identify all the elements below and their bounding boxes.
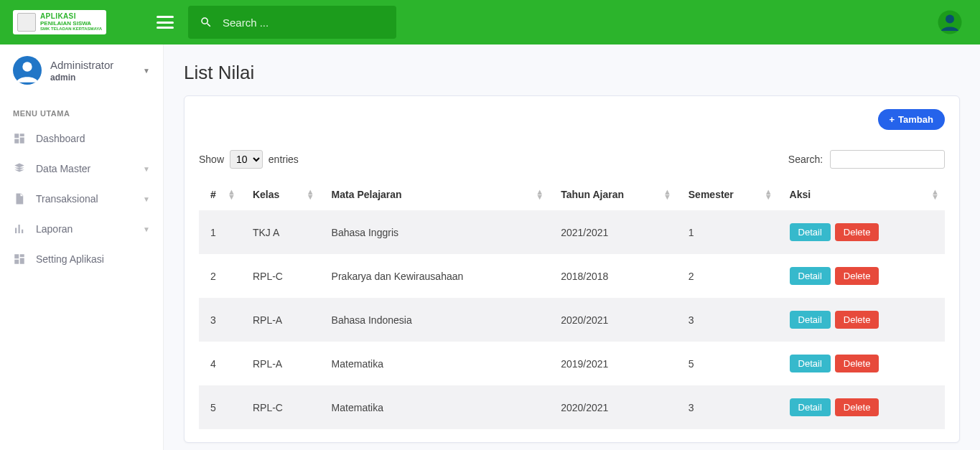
column-header[interactable]: Mata Pelajaran▲▼ bbox=[320, 179, 550, 210]
topbar: APLIKASI PENILAIAN SISWA SMK TELADAN KER… bbox=[0, 0, 980, 44]
chevron-down-icon: ▼ bbox=[143, 165, 150, 173]
cell-tahun: 2020/2021 bbox=[549, 298, 677, 342]
cell-kelas: RPL-C bbox=[241, 254, 320, 298]
brand-text: APLIKASI PENILAIAN SISWA SMK TELADAN KER… bbox=[40, 13, 102, 31]
delete-button[interactable]: Delete bbox=[835, 223, 879, 241]
sort-icon: ▲▼ bbox=[931, 189, 939, 199]
user-block[interactable]: Administrator admin ▼ bbox=[0, 44, 163, 96]
cell-aksi: DetailDelete bbox=[778, 210, 945, 254]
cell-aksi: DetailDelete bbox=[778, 342, 945, 385]
cell-semester: 1 bbox=[677, 210, 778, 254]
delete-button[interactable]: Delete bbox=[835, 311, 879, 329]
detail-button[interactable]: Detail bbox=[790, 223, 831, 241]
cell-index: 5 bbox=[199, 385, 241, 429]
table-row: 4RPL-AMatematika2019/20215DetailDelete bbox=[199, 342, 945, 385]
page-title: List Nilai bbox=[184, 62, 960, 84]
cell-semester: 5 bbox=[677, 342, 778, 385]
cell-kelas: RPL-A bbox=[241, 342, 320, 385]
search-icon bbox=[200, 16, 213, 29]
detail-button[interactable]: Detail bbox=[790, 311, 831, 329]
detail-button[interactable]: Detail bbox=[790, 355, 831, 372]
search-box[interactable] bbox=[188, 6, 396, 39]
svg-point-1 bbox=[946, 15, 954, 24]
svg-point-3 bbox=[22, 62, 32, 71]
search-input[interactable] bbox=[223, 17, 385, 29]
sidebar-item-setting-aplikasi[interactable]: Setting Aplikasi bbox=[0, 244, 163, 274]
detail-button[interactable]: Detail bbox=[790, 267, 831, 285]
table-row: 5RPL-CMatematika2020/20213DetailDelete bbox=[199, 385, 945, 429]
cell-mapel: Prakarya dan Kewirausahaan bbox=[320, 254, 550, 298]
cell-semester: 2 bbox=[677, 254, 778, 298]
column-header[interactable]: Aksi▲▼ bbox=[778, 179, 945, 210]
table-search-input[interactable] bbox=[830, 150, 945, 169]
cell-kelas: TKJ A bbox=[241, 210, 320, 254]
data-table: #▲▼Kelas▲▼Mata Pelajaran▲▼Tahun Ajaran▲▼… bbox=[199, 179, 945, 429]
cell-mapel: Matematika bbox=[320, 342, 550, 385]
hamburger-icon[interactable] bbox=[157, 16, 174, 29]
sort-icon: ▲▼ bbox=[663, 189, 671, 199]
column-label: Tahun Ajaran bbox=[561, 189, 624, 200]
user-avatar-icon bbox=[13, 56, 42, 85]
sidebar-item-dashboard[interactable]: Dashboard bbox=[0, 123, 163, 154]
user-avatar-top[interactable] bbox=[937, 9, 963, 35]
table-search-label: Search: bbox=[788, 154, 823, 165]
column-label: Semester bbox=[689, 189, 734, 200]
sidebar-item-label: Dashboard bbox=[36, 133, 85, 144]
sidebar-item-laporan[interactable]: Laporan▼ bbox=[0, 214, 163, 244]
cell-mapel: Matematika bbox=[320, 385, 550, 429]
user-name: Administrator bbox=[50, 59, 113, 71]
column-label: # bbox=[210, 189, 216, 200]
column-label: Kelas bbox=[253, 189, 279, 200]
delete-button[interactable]: Delete bbox=[835, 398, 879, 416]
column-label: Aksi bbox=[790, 189, 811, 200]
brand-line3: SMK TELADAN KERTASMAYA bbox=[40, 27, 102, 31]
chevron-down-icon: ▼ bbox=[143, 67, 150, 75]
cell-semester: 3 bbox=[677, 298, 778, 342]
user-role: admin bbox=[50, 72, 113, 83]
cell-tahun: 2020/2021 bbox=[549, 385, 677, 429]
column-header[interactable]: Tahun Ajaran▲▼ bbox=[549, 179, 677, 210]
table-row: 3RPL-ABahasa Indonesia2020/20213DetailDe… bbox=[199, 298, 945, 342]
cell-mapel: Bahasa Indonesia bbox=[320, 298, 550, 342]
detail-button[interactable]: Detail bbox=[790, 398, 831, 416]
delete-button[interactable]: Delete bbox=[835, 355, 879, 372]
cell-mapel: Bahasa Inggris bbox=[320, 210, 550, 254]
cell-index: 4 bbox=[199, 342, 241, 385]
table-row: 1TKJ ABahasa Inggris2021/20211DetailDele… bbox=[199, 210, 945, 254]
brand-line2: PENILAIAN SISWA bbox=[40, 21, 102, 27]
add-button[interactable]: + Tambah bbox=[878, 109, 945, 130]
cell-semester: 3 bbox=[677, 385, 778, 429]
cell-tahun: 2019/2021 bbox=[549, 342, 677, 385]
table-row: 2RPL-CPrakarya dan Kewirausahaan2018/201… bbox=[199, 254, 945, 298]
sidebar-item-label: Data Master bbox=[36, 163, 90, 174]
column-header[interactable]: Kelas▲▼ bbox=[241, 179, 320, 210]
cell-index: 2 bbox=[199, 254, 241, 298]
brand[interactable]: APLIKASI PENILAIAN SISWA SMK TELADAN KER… bbox=[13, 10, 106, 34]
cell-kelas: RPL-C bbox=[241, 385, 320, 429]
entries-select[interactable]: 10 bbox=[230, 150, 263, 169]
sidebar-item-transaksional[interactable]: Transaksional▼ bbox=[0, 184, 163, 214]
add-button-label: Tambah bbox=[898, 114, 933, 125]
chevron-down-icon: ▼ bbox=[143, 195, 150, 203]
entries-label: entries bbox=[269, 154, 299, 165]
brand-logo-icon bbox=[17, 13, 36, 32]
cell-kelas: RPL-A bbox=[241, 298, 320, 342]
sort-icon: ▲▼ bbox=[765, 189, 773, 199]
column-header[interactable]: Semester▲▼ bbox=[677, 179, 778, 210]
chevron-down-icon: ▼ bbox=[143, 225, 150, 233]
cell-aksi: DetailDelete bbox=[778, 298, 945, 342]
sidebar: Administrator admin ▼ MENU UTAMA Dashboa… bbox=[0, 0, 164, 450]
column-header[interactable]: #▲▼ bbox=[199, 179, 241, 210]
sidebar-item-data-master[interactable]: Data Master▼ bbox=[0, 154, 163, 184]
sort-icon: ▲▼ bbox=[536, 189, 543, 199]
entries-control: Show 10 entries bbox=[199, 150, 299, 169]
card: + Tambah Show 10 entries Search: bbox=[184, 95, 960, 443]
table-search-control: Search: bbox=[788, 150, 945, 169]
sort-icon: ▲▼ bbox=[228, 189, 235, 199]
sidebar-item-label: Laporan bbox=[36, 223, 73, 235]
brand-box: APLIKASI PENILAIAN SISWA SMK TELADAN KER… bbox=[0, 0, 164, 44]
delete-button[interactable]: Delete bbox=[835, 267, 879, 285]
show-label: Show bbox=[199, 154, 224, 165]
menu-heading: MENU UTAMA bbox=[0, 96, 163, 123]
cell-aksi: DetailDelete bbox=[778, 254, 945, 298]
